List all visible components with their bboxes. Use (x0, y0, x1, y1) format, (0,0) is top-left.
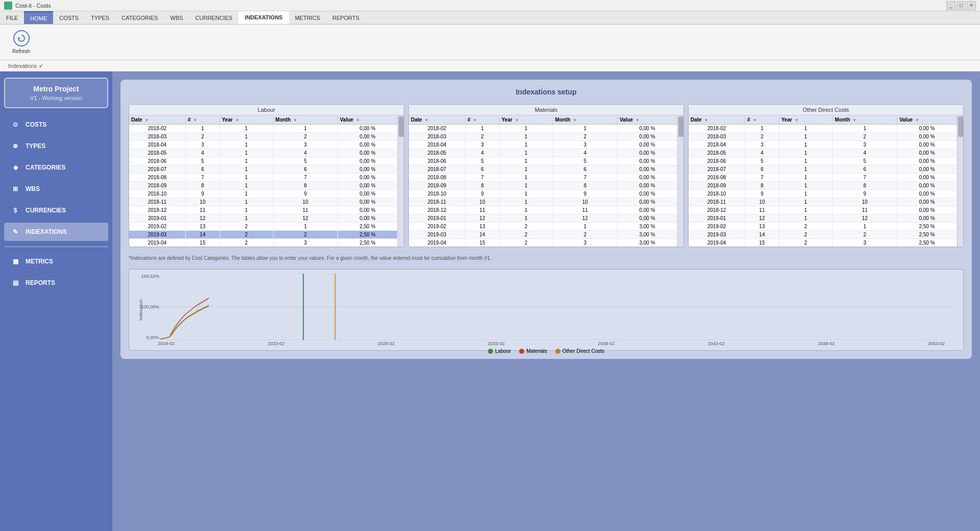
table-row[interactable]: 2018-11101100,00 % (409, 198, 677, 206)
table-row[interactable]: 2019-01121120,00 % (129, 214, 398, 223)
table-row[interactable]: 2019-0314222,50 % (689, 231, 957, 239)
table-row[interactable]: 2018-087170,00 % (409, 174, 677, 182)
table-row[interactable]: 2018-021110,00 % (689, 125, 957, 133)
table-row[interactable]: 2018-076160,00 % (409, 165, 677, 174)
table-row[interactable]: 2018-11101100,00 % (129, 198, 398, 206)
col-header-date[interactable]: Date ▼ (129, 115, 186, 125)
sidebar-item-types[interactable]: ⊕ TYPES (4, 137, 108, 155)
sidebar-item-reports[interactable]: ▤ REPORTS (4, 274, 108, 292)
sidebar-item-metrics[interactable]: ▦ METRICS (4, 252, 108, 271)
table-row[interactable]: 2018-12111110,00 % (129, 206, 398, 214)
col-header-#[interactable]: # ▼ (465, 115, 500, 125)
sidebar-item-indexations[interactable]: ✎ INDEXATIONS (4, 223, 108, 241)
table-row[interactable]: 2019-01121120,00 % (409, 214, 677, 223)
table-scrollbar[interactable] (957, 115, 963, 247)
table-row[interactable]: 2018-043130,00 % (409, 141, 677, 149)
table-row[interactable]: 2019-0213213,00 % (409, 223, 677, 231)
table-cell: 6 (745, 165, 779, 174)
table-row[interactable]: 2018-109190,00 % (409, 190, 677, 198)
table-row[interactable]: 2019-0213212,50 % (689, 223, 957, 231)
table-cell: 1 (273, 223, 337, 231)
col-header-month[interactable]: Month ▼ (273, 115, 337, 125)
table-row[interactable]: 2018-054140,00 % (689, 149, 957, 157)
table-cell: 5 (553, 157, 617, 165)
table-row[interactable]: 2018-032120,00 % (409, 133, 677, 141)
table-cell: 0,00 % (617, 165, 677, 174)
menu-file[interactable]: FILE (0, 11, 24, 24)
table-row[interactable]: 2018-065150,00 % (409, 157, 677, 165)
col-header-value[interactable]: Value ▼ (617, 115, 677, 125)
menu-home[interactable]: HOME (24, 11, 53, 24)
minimize-button[interactable]: _ (946, 1, 955, 10)
table-cell: 0,00 % (617, 206, 677, 214)
table-row[interactable]: 2019-0213212,50 % (129, 223, 398, 231)
close-button[interactable]: × (967, 1, 976, 10)
sidebar-item-costs[interactable]: ⊙ COSTS (4, 115, 108, 134)
sidebar-item-currencies[interactable]: $ CURRENCIES (4, 201, 108, 220)
table-cell: 2019-04 (129, 239, 186, 247)
table-cell: 4 (745, 149, 779, 157)
table-row[interactable]: 2018-109190,00 % (129, 190, 398, 198)
table-row[interactable]: 2018-043130,00 % (689, 141, 957, 149)
table-row[interactable]: 2018-087170,00 % (689, 174, 957, 182)
table-row[interactable]: 2018-098180,00 % (129, 182, 398, 190)
table-row[interactable]: 2018-12111110,00 % (409, 206, 677, 214)
table-scrollbar[interactable] (677, 115, 683, 247)
menu-wbs[interactable]: WBS (164, 11, 189, 24)
table-cell: 0,00 % (337, 174, 397, 182)
col-header-#[interactable]: # ▼ (745, 115, 779, 125)
col-header-#[interactable]: # ▼ (186, 115, 220, 125)
table-row[interactable]: 2018-12111110,00 % (689, 206, 957, 214)
table-cell: 0,00 % (617, 141, 677, 149)
window-controls[interactable]: _ □ × (946, 1, 976, 10)
table-cell: 3 (273, 239, 337, 247)
table-cell: 2018-04 (689, 141, 745, 149)
sidebar-item-categories[interactable]: ◈ CATEGORIES (4, 158, 108, 177)
table-cell: 3 (553, 141, 617, 149)
menu-currencies[interactable]: CURRENCIES (189, 11, 239, 24)
table-row[interactable]: 2018-065150,00 % (129, 157, 398, 165)
col-header-year[interactable]: Year ▼ (499, 115, 553, 125)
table-row[interactable]: 2018-054140,00 % (129, 149, 398, 157)
menu-categories[interactable]: CATEGORIES (115, 11, 164, 24)
menu-types[interactable]: TYPES (85, 11, 115, 24)
col-header-month[interactable]: Month ▼ (832, 115, 897, 125)
table-row[interactable]: 2018-032120,00 % (129, 133, 398, 141)
table-row[interactable]: 2018-065150,00 % (689, 157, 957, 165)
menu-metrics[interactable]: METRICS (289, 11, 327, 24)
col-header-month[interactable]: Month ▼ (553, 115, 617, 125)
table-row[interactable]: 2018-043130,00 % (129, 141, 398, 149)
table-row[interactable]: 2018-098180,00 % (409, 182, 677, 190)
table-row[interactable]: 2019-0314223,00 % (409, 231, 677, 239)
table-scrollbar[interactable] (398, 115, 404, 247)
table-row[interactable]: 2019-0415232,50 % (689, 239, 957, 247)
menu-costs[interactable]: COSTS (53, 11, 85, 24)
col-header-date[interactable]: Date ▼ (409, 115, 465, 125)
table-row[interactable]: 2019-01121120,00 % (689, 214, 957, 223)
table-row[interactable]: 2018-087170,00 % (129, 174, 398, 182)
refresh-button[interactable]: Refresh (8, 28, 34, 56)
col-header-value[interactable]: Value ▼ (337, 115, 397, 125)
sidebar-item-wbs[interactable]: ⊞ WBS (4, 180, 108, 198)
table-row[interactable]: 2018-021110,00 % (409, 125, 677, 133)
table-cell: 1 (779, 190, 832, 198)
table-row[interactable]: 2018-021110,00 % (129, 125, 398, 133)
table-row[interactable]: 2018-032120,00 % (689, 133, 957, 141)
maximize-button[interactable]: □ (957, 1, 966, 10)
table-row[interactable]: 2019-0415233,00 % (409, 239, 677, 247)
col-header-year[interactable]: Year ▼ (779, 115, 832, 125)
table-row[interactable]: 2018-076160,00 % (129, 165, 398, 174)
table-row[interactable]: 2018-109190,00 % (689, 190, 957, 198)
table-row[interactable]: 2019-0314222,50 % (129, 231, 398, 239)
table-cell: 2018-07 (689, 165, 745, 174)
table-row[interactable]: 2018-076160,00 % (689, 165, 957, 174)
menu-indexations[interactable]: INDEXATIONS (238, 11, 288, 24)
table-row[interactable]: 2018-11101100,00 % (689, 198, 957, 206)
table-row[interactable]: 2018-054140,00 % (409, 149, 677, 157)
table-row[interactable]: 2018-098180,00 % (689, 182, 957, 190)
col-header-date[interactable]: Date ▼ (689, 115, 745, 125)
col-header-value[interactable]: Value ▼ (897, 115, 957, 125)
menu-reports[interactable]: REPORTS (326, 11, 365, 24)
table-row[interactable]: 2019-0415232,50 % (129, 239, 398, 247)
col-header-year[interactable]: Year ▼ (219, 115, 273, 125)
